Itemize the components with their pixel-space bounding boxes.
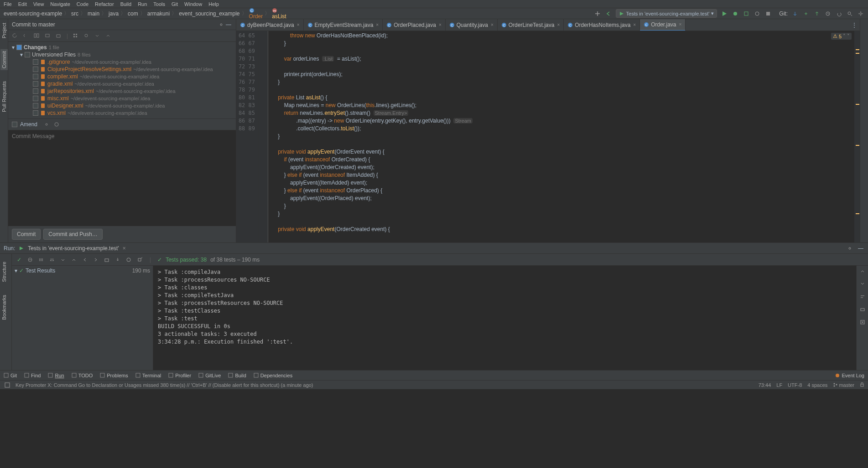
commit-message-input[interactable]: Commit Message: [8, 130, 236, 226]
bottom-tab-find[interactable]: Find: [24, 373, 41, 378]
close-tab-icon[interactable]: ×: [557, 22, 560, 27]
checkbox[interactable]: [16, 45, 22, 50]
run-configuration-dropdown[interactable]: Tests in 'event-sourcing-example.test' ▾: [616, 9, 717, 18]
editor-tab[interactable]: COrder.java×: [640, 19, 686, 31]
breadcrumb-item[interactable]: main: [88, 10, 99, 17]
profile-button[interactable]: [754, 10, 761, 17]
console-output[interactable]: > Task :compileJava > Task :processResou…: [153, 266, 856, 370]
minimize-icon[interactable]: —: [225, 21, 232, 28]
bottom-tab-run[interactable]: Run: [48, 373, 64, 378]
menu-code[interactable]: Code: [77, 1, 88, 7]
menu-help[interactable]: Help: [208, 1, 219, 7]
git-branch[interactable]: master: [833, 382, 854, 388]
commit-and-push-button[interactable]: Commit and Push…: [43, 229, 102, 240]
file-row[interactable]: .gitignore ~/dev/event-sourcing-example/…: [8, 58, 236, 66]
group-icon[interactable]: [73, 33, 79, 39]
close-tab-icon[interactable]: ×: [633, 22, 636, 27]
git-commit-icon[interactable]: [802, 10, 810, 17]
chevron-up-icon[interactable]: ˄: [843, 33, 846, 39]
scroll-up-icon[interactable]: [859, 267, 866, 275]
sort-desc-icon[interactable]: [48, 256, 56, 263]
checkbox[interactable]: [33, 88, 38, 94]
bottom-tab-profiler[interactable]: Profiler: [168, 373, 191, 378]
close-tab-icon[interactable]: ×: [123, 245, 126, 252]
close-tab-icon[interactable]: ×: [376, 22, 379, 27]
indent-settings[interactable]: 4 spaces: [807, 382, 827, 388]
checkbox[interactable]: [33, 103, 38, 108]
inspection-widget[interactable]: ⚠ 5 ˄ ˅: [831, 33, 852, 40]
git-update-icon[interactable]: [791, 10, 799, 17]
debug-button[interactable]: [732, 10, 739, 17]
changelist-icon[interactable]: [45, 33, 51, 39]
bottom-tab-gitlive[interactable]: GitLive: [198, 373, 221, 378]
sidebar-tab-bookmarks[interactable]: Bookmarks: [0, 293, 8, 322]
checkbox[interactable]: [33, 96, 38, 101]
close-tab-icon[interactable]: ×: [439, 22, 442, 27]
commit-button[interactable]: Commit: [12, 229, 41, 240]
search-everywhere-icon[interactable]: [846, 10, 853, 17]
editor-tab[interactable]: CEmptyEventStream.java×: [304, 19, 383, 31]
bottom-tab-build[interactable]: Build: [228, 373, 246, 378]
close-tab-icon[interactable]: ×: [679, 22, 682, 27]
history-icon[interactable]: [125, 256, 132, 263]
scroll-down-icon[interactable]: [859, 280, 866, 288]
event-log-tab[interactable]: Event Log: [835, 373, 864, 378]
editor-tab[interactable]: CQuantity.java×: [446, 19, 498, 31]
checkbox[interactable]: [33, 74, 38, 79]
breadcrumb-item[interactable]: event-sourcing-example: [4, 10, 62, 17]
line-separator[interactable]: LF: [776, 382, 782, 388]
checkbox[interactable]: [33, 110, 38, 116]
sort-icon[interactable]: [37, 256, 45, 263]
git-rollback-icon[interactable]: [835, 10, 842, 17]
chevron-down-icon[interactable]: ˅: [847, 33, 850, 39]
test-tree[interactable]: ▾ ✓ Test Results 190 ms: [12, 266, 153, 370]
amend-checkbox[interactable]: [12, 122, 17, 127]
close-tab-icon[interactable]: ×: [297, 22, 300, 27]
unversioned-node[interactable]: ▾ Unversioned Files 8 files: [8, 51, 236, 58]
tool-window-icon[interactable]: [4, 381, 11, 389]
show-passed-icon[interactable]: ✓: [16, 256, 23, 263]
sidebar-tab-structure[interactable]: Structure: [0, 260, 8, 284]
collapse-all-icon[interactable]: [70, 256, 78, 263]
sidebar-tab-pullrequests[interactable]: Pull Requests: [0, 79, 8, 114]
editor-tab[interactable]: COrderPlaced.java×: [383, 19, 446, 31]
changes-node[interactable]: ▾ Changes 1 file: [8, 44, 236, 51]
prev-icon[interactable]: [81, 256, 88, 263]
add-config-icon[interactable]: [594, 10, 601, 17]
test-results-root[interactable]: ▾ ✓ Test Results 190 ms: [13, 267, 152, 275]
breadcrumb-item[interactable]: armakuni: [147, 10, 170, 17]
view-icon[interactable]: [83, 33, 90, 39]
gutter-icons[interactable]: [259, 31, 268, 242]
sidebar-tab-commit[interactable]: Commit: [0, 49, 8, 70]
breadcrumb-item[interactable]: com: [128, 10, 138, 17]
breadcrumb-method[interactable]: m asList: [272, 8, 286, 20]
show-ignored-icon[interactable]: [26, 256, 34, 263]
checkbox[interactable]: [33, 67, 38, 72]
editor-tab[interactable]: COrderLineTest.java×: [498, 19, 564, 31]
checkbox[interactable]: [33, 81, 38, 87]
code-editor[interactable]: throw new OrderHasNotBeenPlaced(id); } v…: [268, 31, 854, 242]
checkbox[interactable]: [33, 59, 38, 65]
menu-file[interactable]: File: [4, 1, 12, 7]
soft-wrap-icon[interactable]: [859, 293, 866, 300]
history-icon[interactable]: [53, 121, 60, 128]
close-tab-icon[interactable]: ×: [491, 22, 494, 27]
refresh-icon[interactable]: [12, 33, 18, 39]
menu-view[interactable]: View: [33, 1, 44, 7]
editor-tab[interactable]: CdyBeenPlaced.java×: [236, 19, 304, 31]
expand-all-icon[interactable]: [59, 256, 67, 263]
collapse-icon[interactable]: [105, 33, 112, 39]
clear-icon[interactable]: [859, 319, 866, 326]
gear-icon[interactable]: [846, 245, 853, 252]
bottom-tab-todo[interactable]: TODO: [72, 373, 93, 378]
file-row[interactable]: compiler.xml ~/dev/event-sourcing-exampl…: [8, 73, 236, 80]
import-icon[interactable]: [114, 256, 121, 263]
file-row[interactable]: misc.xml ~/dev/event-sourcing-example/.i…: [8, 95, 236, 102]
menu-git[interactable]: Git: [172, 1, 178, 7]
export-icon[interactable]: [103, 256, 110, 263]
expand-icon[interactable]: [94, 33, 101, 39]
sidebar-tab-project[interactable]: Project: [0, 21, 8, 40]
file-row[interactable]: uiDesigner.xml ~/dev/event-sourcing-exam…: [8, 102, 236, 109]
coverage-button[interactable]: [743, 10, 750, 17]
lock-icon[interactable]: [860, 382, 864, 388]
